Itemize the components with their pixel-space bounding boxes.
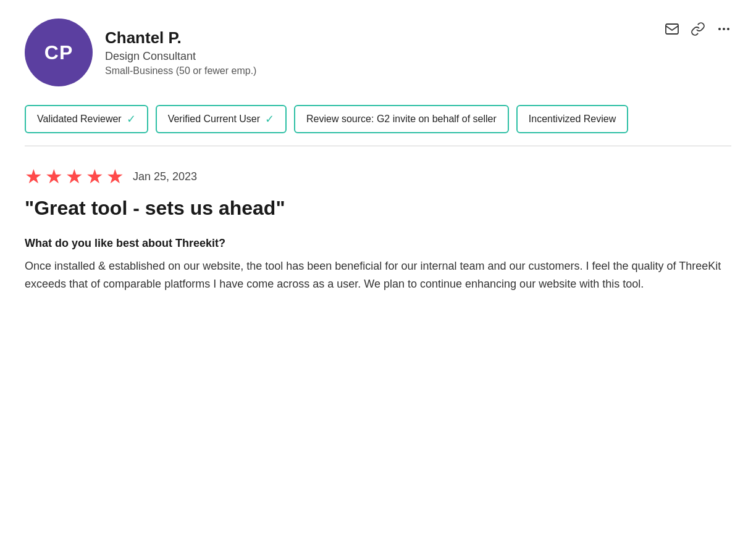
incentivized-review-badge: Incentivized Review xyxy=(516,105,628,133)
header-section: CP Chantel P. Design Consultant Small-Bu… xyxy=(25,19,731,86)
verified-user-label: Verified Current User xyxy=(168,114,260,125)
review-section: ★ ★ ★ ★ ★ Jan 25, 2023 "Great tool - set… xyxy=(25,164,731,293)
svg-point-2 xyxy=(723,28,725,30)
star-3: ★ xyxy=(65,167,83,186)
user-name: Chantel P. xyxy=(105,28,256,48)
user-info: CP Chantel P. Design Consultant Small-Bu… xyxy=(25,19,256,86)
svg-point-3 xyxy=(727,28,729,30)
validated-reviewer-badge: Validated Reviewer ✓ xyxy=(25,105,148,133)
validated-reviewer-label: Validated Reviewer xyxy=(37,114,122,125)
user-details: Chantel P. Design Consultant Small-Busin… xyxy=(105,28,256,77)
badges-section: Validated Reviewer ✓ Verified Current Us… xyxy=(25,105,731,133)
review-source-label: Review source: G2 invite on behalf of se… xyxy=(306,114,497,125)
review-question: What do you like best about Threekit? xyxy=(25,237,731,250)
avatar: CP xyxy=(25,19,93,86)
link-icon[interactable] xyxy=(691,22,705,36)
stars-date-row: ★ ★ ★ ★ ★ Jan 25, 2023 xyxy=(25,167,731,186)
review-title: "Great tool - sets us ahead" xyxy=(25,196,731,220)
review-date: Jan 25, 2023 xyxy=(133,170,197,183)
section-divider xyxy=(25,146,731,146)
star-5: ★ xyxy=(106,167,124,186)
header-actions xyxy=(665,19,731,36)
svg-point-1 xyxy=(718,28,721,30)
review-body: Once installed & established on our webs… xyxy=(25,257,731,293)
verified-user-check-icon: ✓ xyxy=(265,112,274,126)
svg-rect-0 xyxy=(666,24,678,34)
verified-user-badge: Verified Current User ✓ xyxy=(156,105,287,133)
star-1: ★ xyxy=(25,167,43,186)
star-rating: ★ ★ ★ ★ ★ xyxy=(25,167,124,186)
star-4: ★ xyxy=(86,167,104,186)
review-source-badge: Review source: G2 invite on behalf of se… xyxy=(294,105,509,133)
incentivized-review-label: Incentivized Review xyxy=(529,114,616,125)
more-options-icon[interactable] xyxy=(716,22,731,36)
user-title: Design Consultant xyxy=(105,50,256,63)
email-icon[interactable] xyxy=(665,22,679,36)
validated-reviewer-check-icon: ✓ xyxy=(127,112,136,126)
user-company: Small-Business (50 or fewer emp.) xyxy=(105,65,256,77)
avatar-initials: CP xyxy=(44,41,73,64)
star-2: ★ xyxy=(45,167,63,186)
